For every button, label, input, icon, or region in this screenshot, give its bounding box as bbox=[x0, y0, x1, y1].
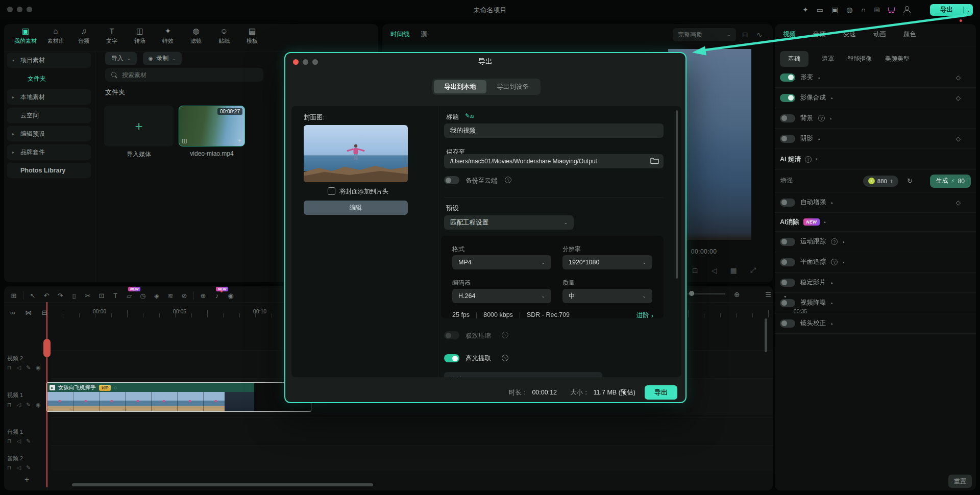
mute-icon[interactable]: ⊘ bbox=[180, 292, 189, 300]
volume-icon[interactable]: ◁ bbox=[712, 266, 717, 275]
visibility-eye-icon[interactable]: ◉ bbox=[36, 364, 41, 371]
track-tool-icon[interactable]: ✎ bbox=[26, 438, 31, 444]
collapse-icon[interactable]: ▴ bbox=[843, 260, 845, 264]
inspector-tab[interactable]: 变速 bbox=[843, 30, 856, 39]
gener​ate-button[interactable]: 生成 ⚡ 80 bbox=[930, 175, 971, 188]
collapse-icon[interactable]: ▴ bbox=[831, 321, 833, 326]
refresh-icon[interactable]: ↻ bbox=[907, 177, 913, 185]
mute-speaker-icon[interactable]: ◁ bbox=[17, 364, 21, 371]
record-button[interactable]: ◉ 录制⌄ bbox=[143, 52, 182, 65]
help-icon[interactable]: ? bbox=[502, 355, 508, 361]
media-tab[interactable]: ◍ 滤镜 bbox=[187, 27, 205, 45]
clip-title-bar[interactable]: ▶ 女孩向飞机挥手 VIP ◌ bbox=[47, 383, 254, 392]
keyframe-diamond-icon[interactable]: ◇ bbox=[956, 199, 961, 206]
snapshot-icon[interactable]: ⊡ bbox=[692, 266, 698, 275]
collapse-icon[interactable]: ▴ bbox=[843, 240, 845, 244]
layout-grid-icon[interactable]: ⊟ bbox=[742, 31, 748, 39]
track-tool-icon[interactable]: ✎ bbox=[26, 364, 31, 371]
help-icon[interactable]: ? bbox=[818, 115, 825, 121]
track-list-icon[interactable]: ☰ bbox=[765, 291, 771, 299]
lock-icon[interactable]: ⊓ bbox=[7, 438, 12, 444]
sticker-icon[interactable]: ▱NEW bbox=[125, 292, 134, 300]
ai-audio-icon[interactable]: ♪NEW bbox=[212, 292, 222, 300]
select-cursor-icon[interactable]: ↖ bbox=[28, 292, 37, 300]
cover-image[interactable] bbox=[304, 125, 408, 182]
scopes-icon[interactable]: ∿ bbox=[756, 31, 763, 39]
media-tab[interactable]: ♫ 音频 bbox=[75, 27, 93, 45]
toggle[interactable] bbox=[780, 199, 795, 207]
lock-icon[interactable]: ⊓ bbox=[7, 464, 12, 471]
import-media-tile[interactable]: + bbox=[104, 106, 174, 146]
support-headset-icon[interactable]: ∩ bbox=[861, 6, 866, 13]
add-to-timeline-icon[interactable]: + bbox=[238, 137, 241, 144]
inspector-subtab[interactable]: 智能抠像 bbox=[847, 55, 872, 63]
advanced-settings-link[interactable]: 进阶› bbox=[636, 311, 653, 320]
media-tab[interactable]: ◫ 转场 bbox=[131, 27, 149, 45]
fullscreen-icon[interactable]: ⤢ bbox=[750, 266, 756, 275]
sidebar-item[interactable]: ▸ 本地素材 bbox=[7, 89, 91, 105]
sidebar-item[interactable]: 云空间 bbox=[7, 108, 91, 123]
audio-wave-icon[interactable]: ≋ bbox=[166, 292, 175, 300]
tab-export-local[interactable]: 导出到本地 bbox=[434, 80, 486, 93]
player-view-tab[interactable]: 时间线 bbox=[390, 30, 410, 39]
export-dropdown-chevron-icon[interactable]: ⌄ bbox=[964, 8, 973, 13]
delete-icon[interactable]: ▯ bbox=[69, 292, 79, 300]
zoom-in-icon[interactable]: ⊕ bbox=[734, 290, 740, 299]
toggle[interactable] bbox=[780, 258, 795, 266]
preset-dropdown[interactable]: 匹配工程设置⌄ bbox=[444, 215, 574, 230]
redo-icon[interactable]: ↷ bbox=[56, 292, 65, 300]
keyframe-diamond-icon[interactable]: ◇ bbox=[956, 74, 961, 81]
sidebar-item[interactable]: ▸ 编辑预设 bbox=[7, 126, 91, 141]
media-tab[interactable]: ▤ 模板 bbox=[243, 27, 261, 45]
inspector-tab[interactable]: 颜色 bbox=[903, 30, 916, 39]
track-tool-icon[interactable]: ✎ bbox=[26, 402, 31, 408]
collapse-icon[interactable]: ▴ bbox=[831, 96, 833, 100]
help-icon[interactable]: ? bbox=[502, 332, 508, 338]
auto-link-icon[interactable]: ∞ bbox=[8, 309, 17, 316]
collapse-icon[interactable]: ▴ bbox=[831, 201, 833, 205]
quality-dropdown[interactable]: 中⌄ bbox=[562, 289, 652, 303]
add-track-plus-icon[interactable]: + bbox=[24, 475, 29, 484]
player-view-tab[interactable]: 源 bbox=[421, 30, 428, 39]
inspector-tab[interactable]: 视频 bbox=[783, 30, 796, 39]
store-cart-icon[interactable] bbox=[888, 7, 895, 13]
sidebar-item[interactable]: 文件夹 bbox=[7, 71, 91, 86]
search-box[interactable] bbox=[105, 68, 263, 82]
keyframe-icon[interactable]: ◈ bbox=[152, 292, 161, 300]
apps-grid-icon[interactable]: ⊞ bbox=[874, 6, 880, 13]
import-button[interactable]: 导入⌄ bbox=[105, 52, 137, 65]
playhead-handle[interactable] bbox=[43, 339, 51, 357]
playhead-line[interactable] bbox=[46, 302, 47, 487]
highlight-extract-toggle[interactable] bbox=[444, 354, 459, 362]
playback-quality-dropdown[interactable]: 完整画质⌄ bbox=[673, 28, 736, 41]
toggle[interactable] bbox=[780, 299, 795, 307]
help-icon[interactable]: ? bbox=[831, 238, 838, 245]
audio-track-2-lane[interactable] bbox=[51, 445, 773, 471]
collapse-icon[interactable]: ▴ bbox=[824, 220, 826, 224]
lock-icon[interactable]: ⊓ bbox=[7, 364, 12, 371]
vertical-scrollbar[interactable] bbox=[765, 318, 767, 352]
add-track-icon[interactable]: ⊕ bbox=[199, 292, 208, 300]
mute-speaker-icon[interactable]: ◁ bbox=[17, 438, 21, 444]
person-detect-icon[interactable]: ◉ bbox=[226, 292, 235, 300]
undo-icon[interactable]: ↶ bbox=[42, 292, 51, 300]
ai-effects-icon[interactable]: ✦ bbox=[802, 6, 808, 13]
extreme-compress-toggle[interactable] bbox=[444, 331, 459, 339]
crop-icon[interactable]: ⊡ bbox=[97, 292, 106, 300]
speed-clock-icon[interactable]: ◷ bbox=[138, 292, 148, 300]
horizontal-scrollbar[interactable] bbox=[72, 483, 373, 486]
toggle[interactable] bbox=[780, 319, 795, 328]
layout-panel-icon[interactable]: ▭ bbox=[817, 6, 823, 13]
inspector-tab[interactable]: 音频 bbox=[813, 30, 826, 39]
toggle[interactable] bbox=[780, 114, 795, 122]
mute-speaker-icon[interactable]: ◁ bbox=[17, 464, 21, 471]
cloud-backup-toggle[interactable] bbox=[444, 176, 459, 184]
media-tab[interactable]: ⌂ 素材库 bbox=[46, 27, 65, 45]
cover-intro-checkbox[interactable] bbox=[328, 187, 335, 195]
lock-icon[interactable]: ⊓ bbox=[7, 402, 12, 408]
help-icon[interactable]: ? bbox=[831, 259, 838, 265]
mute-speaker-icon[interactable]: ◁ bbox=[17, 402, 21, 408]
sidebar-item[interactable]: ▸ 品牌套件 bbox=[7, 144, 91, 160]
tab-export-device[interactable]: 导出到设备 bbox=[486, 80, 539, 93]
visibility-eye-icon[interactable]: ◉ bbox=[36, 402, 41, 408]
